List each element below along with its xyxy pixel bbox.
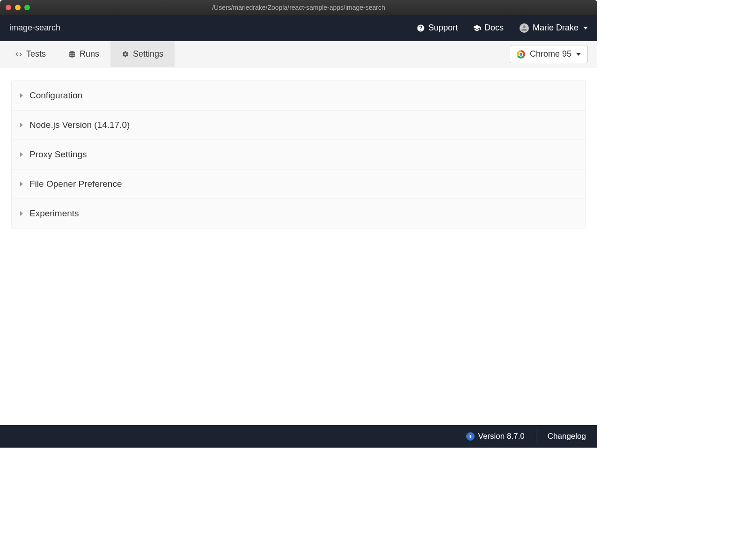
maximize-window-button[interactable] xyxy=(24,5,30,10)
project-name: image-search xyxy=(9,23,60,33)
changelog-label: Changelog xyxy=(548,432,586,441)
tab-tests[interactable]: Tests xyxy=(4,41,57,67)
chevron-right-icon xyxy=(20,211,23,216)
settings-panel-label: Node.js Version (14.17.0) xyxy=(29,120,130,130)
app-footer: Version 8.7.0 Changelog xyxy=(0,425,597,448)
minimize-window-button[interactable] xyxy=(15,5,21,10)
footer-divider xyxy=(536,430,536,443)
settings-panel-file-opener[interactable]: File Opener Preference xyxy=(12,169,586,199)
docs-link[interactable]: Docs xyxy=(473,23,504,33)
database-icon xyxy=(68,51,76,58)
tab-bar: Tests Runs Settings Chrome 95 xyxy=(0,41,597,67)
version-label: Version 8.7.0 xyxy=(478,432,525,441)
gear-icon xyxy=(122,51,129,58)
version-info[interactable]: Version 8.7.0 xyxy=(466,432,525,441)
window-path: /Users/mariedrake/Zoopla/react-sample-ap… xyxy=(6,4,592,11)
chrome-icon xyxy=(517,50,525,59)
chevron-right-icon xyxy=(20,123,23,127)
settings-panel-label: File Opener Preference xyxy=(29,179,122,189)
settings-panel-label: Experiments xyxy=(29,208,79,219)
settings-panel-label: Proxy Settings xyxy=(29,149,87,160)
update-available-icon xyxy=(466,432,475,441)
traffic-lights xyxy=(6,5,30,10)
settings-panel-experiments[interactable]: Experiments xyxy=(12,199,586,228)
chevron-right-icon xyxy=(20,93,23,98)
settings-panel-configuration[interactable]: Configuration xyxy=(12,81,586,111)
browser-selector[interactable]: Chrome 95 xyxy=(510,45,588,63)
avatar xyxy=(520,23,529,33)
chevron-down-icon xyxy=(576,53,581,56)
docs-label: Docs xyxy=(484,23,504,33)
settings-content: Configuration Node.js Version (14.17.0) … xyxy=(0,67,597,425)
graduation-cap-icon xyxy=(473,24,481,32)
browser-selected-label: Chrome 95 xyxy=(530,49,571,59)
tab-runs-label: Runs xyxy=(80,49,99,59)
settings-panel-proxy[interactable]: Proxy Settings xyxy=(12,140,586,169)
settings-list: Configuration Node.js Version (14.17.0) … xyxy=(11,81,586,228)
person-icon xyxy=(521,25,527,31)
chevron-right-icon xyxy=(20,182,23,186)
chevron-down-icon xyxy=(583,27,588,29)
support-label: Support xyxy=(428,23,458,33)
window-titlebar: /Users/mariedrake/Zoopla/react-sample-ap… xyxy=(0,0,597,15)
changelog-link[interactable]: Changelog xyxy=(548,432,586,441)
settings-panel-node-version[interactable]: Node.js Version (14.17.0) xyxy=(12,111,586,140)
user-name: Marie Drake xyxy=(533,23,579,33)
help-icon xyxy=(417,24,425,32)
tab-tests-label: Tests xyxy=(26,49,46,59)
code-icon xyxy=(15,51,22,58)
tab-runs[interactable]: Runs xyxy=(57,41,110,67)
tab-settings[interactable]: Settings xyxy=(110,41,175,67)
app-header: image-search Support Docs Marie Drake xyxy=(0,15,597,41)
chevron-right-icon xyxy=(20,152,23,157)
settings-panel-label: Configuration xyxy=(29,90,82,101)
close-window-button[interactable] xyxy=(6,5,11,10)
user-menu[interactable]: Marie Drake xyxy=(520,23,588,33)
support-link[interactable]: Support xyxy=(417,23,458,33)
tab-settings-label: Settings xyxy=(133,49,163,59)
